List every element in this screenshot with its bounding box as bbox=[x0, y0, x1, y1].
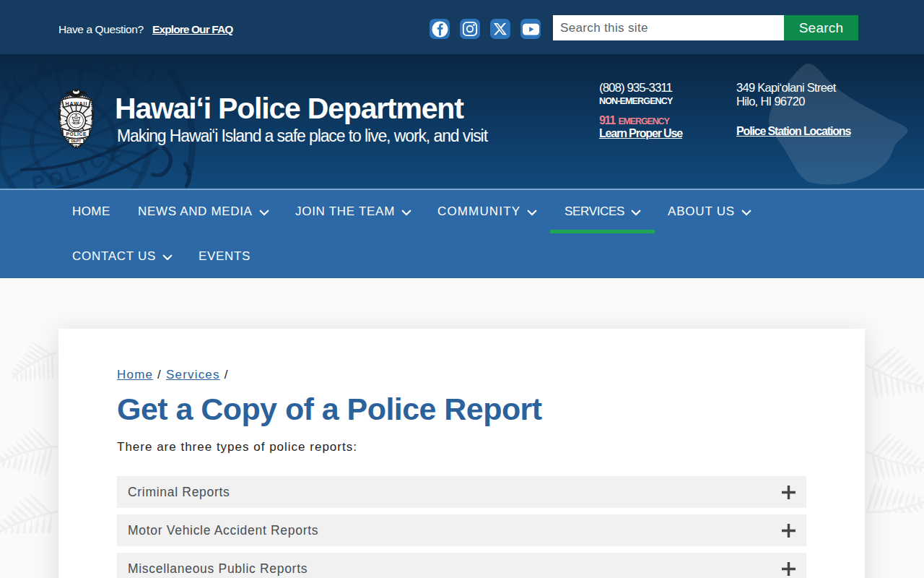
svg-text:DEPT: DEPT bbox=[71, 139, 82, 143]
svg-text:POLICE: POLICE bbox=[66, 131, 87, 137]
svg-text:HAWAII: HAWAII bbox=[66, 101, 87, 106]
